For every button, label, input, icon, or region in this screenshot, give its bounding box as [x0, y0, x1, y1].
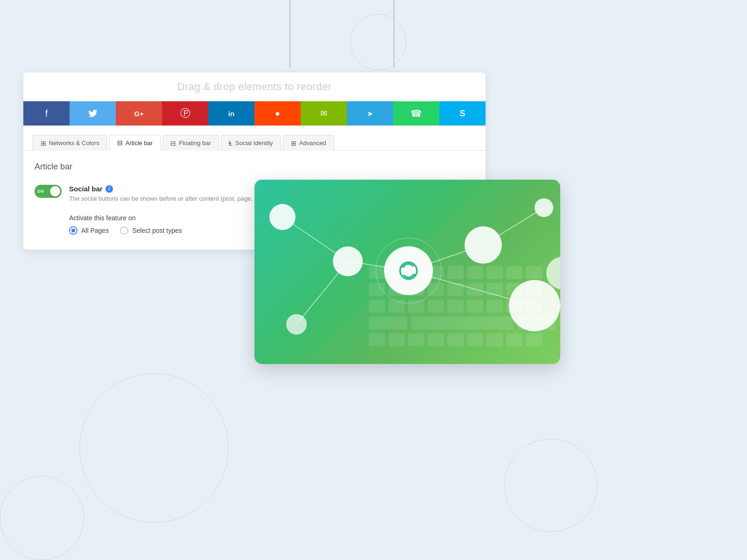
radio-outer-select-post [120, 226, 128, 235]
bg-circle-2 [0, 476, 84, 560]
setting-name: Social bar [69, 185, 103, 193]
toggle-knob [50, 186, 60, 196]
advanced-icon: ⊞ [291, 140, 296, 147]
toggle-label: ON [37, 189, 44, 194]
green-card-background [254, 180, 560, 364]
decorative-line-1 [289, 0, 290, 68]
svg-point-51 [465, 226, 502, 264]
radio-label-select-post: Select post types [132, 227, 182, 234]
drag-banner: Drag & drop elements to reorder [23, 72, 486, 101]
tab-social-identity[interactable]: Ⱡ Social Identity [221, 135, 281, 151]
tab-social-identity-label: Social Identity [235, 140, 273, 147]
bg-circle-4 [350, 14, 406, 70]
social-btn-skype[interactable]: S [439, 101, 486, 126]
green-promo-card [254, 180, 560, 364]
decorative-line-2 [394, 0, 395, 68]
tab-article-bar[interactable]: ⊟ Article bar [109, 135, 161, 151]
svg-point-54 [286, 314, 307, 335]
info-icon[interactable]: i [106, 185, 113, 193]
social-bar: f G+ Ⓟ in ● ✉ ➤ ☎ S [23, 101, 486, 126]
networks-colors-icon: ⊞ [41, 140, 46, 147]
social-btn-whatsapp[interactable]: ☎ [393, 101, 439, 126]
section-title: Article bar [35, 162, 474, 172]
radio-all-pages[interactable]: All Pages [69, 226, 109, 235]
tab-floating-bar[interactable]: ⊟ Floating bar [162, 135, 219, 151]
floating-bar-icon: ⊟ [170, 140, 176, 147]
tab-advanced[interactable]: ⊞ Advanced [283, 135, 334, 151]
tab-floating-bar-label: Floating bar [179, 140, 211, 147]
bg-circle-3 [504, 439, 598, 532]
radio-inner-all-pages [71, 229, 75, 232]
bg-circle-1 [79, 373, 229, 523]
social-btn-telegram[interactable]: ➤ [347, 101, 393, 126]
svg-point-50 [384, 246, 433, 295]
social-btn-pinterest[interactable]: Ⓟ [162, 101, 208, 126]
social-btn-googleplus[interactable]: G+ [116, 101, 162, 126]
social-btn-facebook[interactable]: f [23, 101, 70, 126]
radio-label-all-pages: All Pages [81, 227, 109, 234]
radio-outer-all-pages [69, 226, 78, 235]
tab-networks-colors-label: Networks & Colors [49, 140, 99, 147]
social-btn-twitter[interactable] [70, 101, 116, 126]
tabs-container: ⊞ Networks & Colors ⊟ Article bar ⊟ Floa… [23, 126, 486, 151]
article-bar-icon: ⊟ [117, 139, 123, 147]
social-btn-reddit[interactable]: ● [254, 101, 301, 126]
social-btn-linkedin[interactable]: in [208, 101, 254, 126]
network-nodes-svg [254, 180, 560, 364]
svg-point-49 [333, 246, 363, 276]
radio-select-post-types[interactable]: Select post types [120, 226, 182, 235]
drag-banner-text: Drag & drop elements to reorder [177, 81, 332, 92]
social-btn-email[interactable]: ✉ [301, 101, 347, 126]
svg-point-52 [535, 198, 553, 217]
tab-advanced-label: Advanced [299, 140, 326, 147]
svg-point-53 [509, 280, 560, 331]
tab-networks-colors[interactable]: ⊞ Networks & Colors [33, 135, 107, 151]
tab-article-bar-label: Article bar [126, 140, 153, 147]
social-bar-toggle[interactable]: ON [35, 185, 62, 198]
toggle-wrap: ON [35, 185, 62, 198]
social-identity-icon: Ⱡ [229, 140, 233, 147]
svg-point-48 [269, 204, 296, 230]
